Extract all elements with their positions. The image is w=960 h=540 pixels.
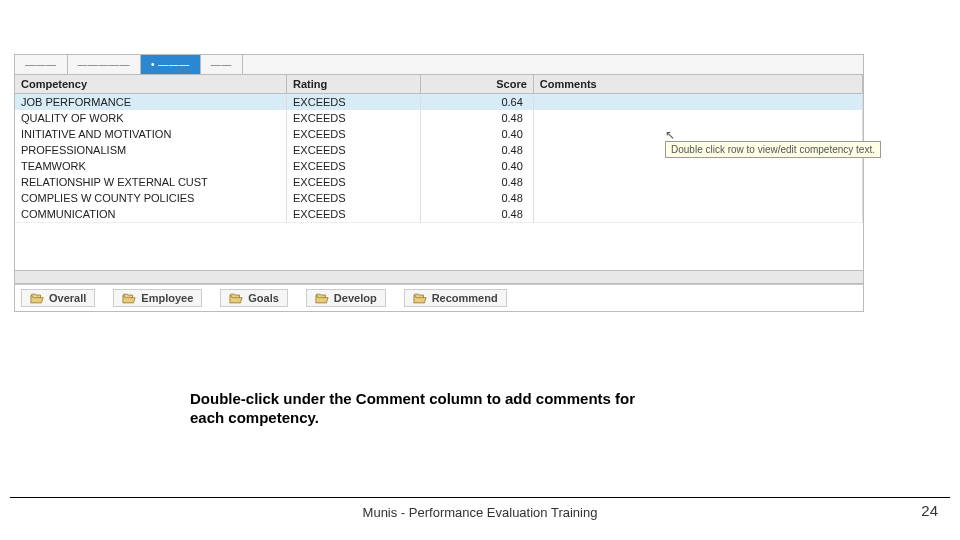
cell-rating[interactable]: EXCEEDS	[287, 158, 421, 174]
slide-instruction-text: Double-click under the Comment column to…	[190, 390, 670, 428]
table-row[interactable]: RELATIONSHIP W EXTERNAL CUSTEXCEEDS0.48	[15, 174, 863, 190]
folder-open-icon	[315, 293, 329, 304]
table-row[interactable]: COMPLIES W COUNTY POLICIESEXCEEDS0.48	[15, 190, 863, 206]
cell-score[interactable]: 0.40	[420, 126, 533, 142]
cell-score[interactable]: 0.40	[420, 158, 533, 174]
cell-comments[interactable]	[533, 126, 862, 142]
cell-score[interactable]: 0.48	[420, 174, 533, 190]
folder-open-icon	[229, 293, 243, 304]
cell-rating[interactable]: EXCEEDS	[287, 142, 421, 158]
folder-open-icon	[413, 293, 427, 304]
table-row[interactable]: QUALITY OF WORKEXCEEDS0.48	[15, 110, 863, 126]
cell-rating[interactable]: EXCEEDS	[287, 110, 421, 126]
cell-comments[interactable]	[533, 142, 862, 158]
table-header-row: Competency Rating Score Comments	[15, 75, 863, 94]
competency-grid-window: ——— ————— • ——— —— Competency Rating Sco…	[14, 54, 864, 312]
lower-tab-label: Employee	[141, 292, 193, 304]
col-header-rating[interactable]: Rating	[287, 75, 421, 94]
cell-competency[interactable]: TEAMWORK	[15, 158, 287, 174]
lower-tab-label: Goals	[248, 292, 279, 304]
footer-title: Munis - Performance Evaluation Training	[0, 505, 960, 520]
cell-comments[interactable]	[533, 206, 862, 222]
lower-tab-label: Overall	[49, 292, 86, 304]
cell-comments[interactable]	[533, 110, 862, 126]
upper-tab-strip: ——— ————— • ——— ——	[15, 55, 863, 75]
cell-rating[interactable]: EXCEEDS	[287, 94, 421, 111]
cell-competency[interactable]: JOB PERFORMANCE	[15, 94, 287, 111]
upper-tab-4[interactable]: ——	[201, 55, 243, 74]
lower-tab-recommend[interactable]: Recommend	[404, 289, 507, 307]
cell-comments[interactable]	[533, 158, 862, 174]
table-row[interactable]: COMMUNICATIONEXCEEDS0.48	[15, 206, 863, 222]
folder-open-icon	[122, 293, 136, 304]
cell-competency[interactable]: RELATIONSHIP W EXTERNAL CUST	[15, 174, 287, 190]
cell-rating[interactable]: EXCEEDS	[287, 206, 421, 222]
cell-score[interactable]: 0.48	[420, 142, 533, 158]
lower-tab-employee[interactable]: Employee	[113, 289, 202, 307]
table-row[interactable]: INITIATIVE AND MOTIVATIONEXCEEDS0.40	[15, 126, 863, 142]
cell-rating[interactable]: EXCEEDS	[287, 126, 421, 142]
upper-tab-3-active[interactable]: • ———	[141, 55, 201, 74]
cell-score[interactable]: 0.64	[420, 94, 533, 111]
lower-tab-strip: OverallEmployeeGoalsDevelopRecommend	[15, 284, 863, 311]
table-row[interactable]: TEAMWORKEXCEEDS0.40	[15, 158, 863, 174]
cell-comments[interactable]	[533, 94, 862, 111]
lower-tab-label: Recommend	[432, 292, 498, 304]
grid-empty-area	[15, 222, 863, 270]
upper-tab-1[interactable]: ———	[15, 55, 68, 74]
grid-footer-bar	[15, 270, 863, 284]
footer-divider	[10, 497, 950, 498]
competency-table[interactable]: Competency Rating Score Comments JOB PER…	[15, 75, 863, 222]
page-number: 24	[921, 502, 938, 519]
cell-score[interactable]: 0.48	[420, 206, 533, 222]
cell-rating[interactable]: EXCEEDS	[287, 174, 421, 190]
cell-competency[interactable]: QUALITY OF WORK	[15, 110, 287, 126]
lower-tab-overall[interactable]: Overall	[21, 289, 95, 307]
cell-competency[interactable]: INITIATIVE AND MOTIVATION	[15, 126, 287, 142]
cell-comments[interactable]	[533, 190, 862, 206]
folder-open-icon	[30, 293, 44, 304]
table-row[interactable]: PROFESSIONALISMEXCEEDS0.48	[15, 142, 863, 158]
lower-tab-goals[interactable]: Goals	[220, 289, 288, 307]
cell-competency[interactable]: PROFESSIONALISM	[15, 142, 287, 158]
cell-rating[interactable]: EXCEEDS	[287, 190, 421, 206]
col-header-comments[interactable]: Comments	[533, 75, 862, 94]
col-header-score[interactable]: Score	[420, 75, 533, 94]
cell-competency[interactable]: COMPLIES W COUNTY POLICIES	[15, 190, 287, 206]
lower-tab-develop[interactable]: Develop	[306, 289, 386, 307]
cell-score[interactable]: 0.48	[420, 110, 533, 126]
table-row[interactable]: JOB PERFORMANCEEXCEEDS0.64	[15, 94, 863, 111]
cell-competency[interactable]: COMMUNICATION	[15, 206, 287, 222]
col-header-competency[interactable]: Competency	[15, 75, 287, 94]
cell-score[interactable]: 0.48	[420, 190, 533, 206]
upper-tab-2[interactable]: —————	[68, 55, 142, 74]
cell-comments[interactable]	[533, 174, 862, 190]
lower-tab-label: Develop	[334, 292, 377, 304]
